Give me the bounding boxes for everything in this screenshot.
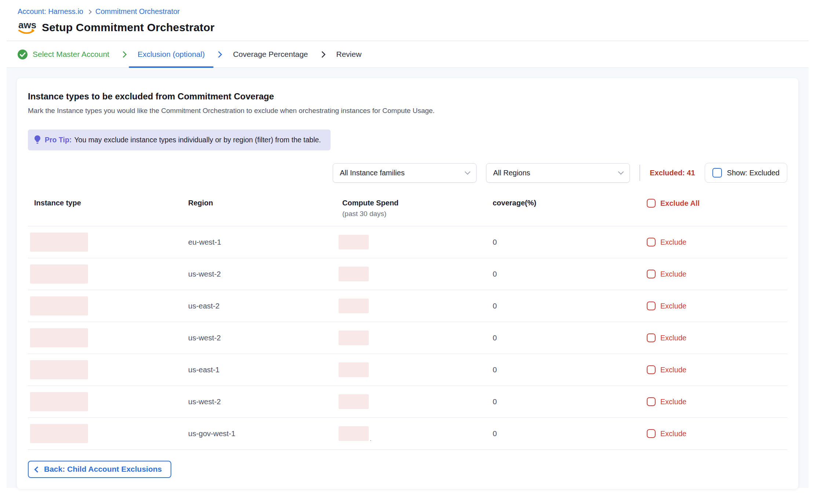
exclude-label: Exclude bbox=[660, 270, 686, 278]
redacted-compute-spend bbox=[339, 299, 369, 313]
pro-tip-banner: Pro Tip: You may exclude instance types … bbox=[28, 129, 331, 150]
col-header-region: Region bbox=[182, 199, 336, 207]
table-row: us-east-1 0 Exclude bbox=[28, 354, 787, 386]
col-header-instance-type: Instance type bbox=[28, 199, 182, 207]
exclude-all-label: Exclude All bbox=[660, 199, 700, 208]
exclude-control[interactable]: Exclude bbox=[641, 333, 787, 342]
breadcrumb-module-link[interactable]: Commitment Orchestrator bbox=[95, 7, 180, 16]
exclude-control[interactable]: Exclude bbox=[641, 270, 787, 278]
app-container: Account: Harness.io Commitment Orchestra… bbox=[7, 0, 809, 488]
region-select[interactable]: All Regions bbox=[486, 163, 630, 183]
exclude-checkbox[interactable] bbox=[647, 333, 656, 342]
coverage-cell: 0 bbox=[486, 397, 641, 406]
exclude-label: Exclude bbox=[660, 238, 686, 246]
region-cell: us-west-2 bbox=[182, 270, 336, 278]
back-button[interactable]: Back: Child Account Exclusions bbox=[28, 461, 171, 478]
page-title: Setup Commitment Orchestrator bbox=[42, 21, 215, 34]
show-excluded-label: Show: Excluded bbox=[727, 169, 780, 177]
step-label: Exclusion (optional) bbox=[138, 50, 205, 59]
redacted-instance-type bbox=[30, 233, 88, 252]
pro-tip-label: Pro Tip: bbox=[45, 136, 72, 144]
redacted-instance-type bbox=[30, 264, 88, 284]
exclude-all-control[interactable]: Exclude All bbox=[641, 199, 787, 208]
step-label: Coverage Percentage bbox=[233, 50, 308, 59]
region-cell: us-gov-west-1 bbox=[182, 429, 336, 438]
exclude-control[interactable]: Exclude bbox=[641, 365, 787, 374]
step-coverage-percentage[interactable]: Coverage Percentage bbox=[233, 41, 308, 67]
table-row: us-west-2 0 Exclude bbox=[28, 386, 787, 418]
step-label: Select Master Account bbox=[33, 50, 109, 59]
breadcrumb-account-link[interactable]: Account: Harness.io bbox=[18, 7, 83, 16]
region-select-value: All Regions bbox=[493, 169, 530, 177]
exclude-label: Exclude bbox=[660, 398, 686, 406]
exclude-control[interactable]: Exclude bbox=[641, 429, 787, 438]
redacted-compute-spend bbox=[339, 362, 369, 377]
coverage-cell: 0 bbox=[486, 302, 641, 310]
coverage-cell: 0 bbox=[486, 270, 641, 278]
instance-exclusion-table: Instance type Region Compute Spend (past… bbox=[28, 199, 787, 450]
table-row: us-gov-west-1 . 0 Exclude bbox=[28, 418, 787, 450]
exclude-checkbox[interactable] bbox=[647, 397, 656, 406]
chevron-left-icon bbox=[34, 466, 41, 472]
redacted-instance-type bbox=[30, 296, 88, 315]
step-chevron-icon bbox=[120, 51, 127, 58]
step-chevron-icon bbox=[319, 51, 325, 58]
pro-tip-text: You may exclude instance types individua… bbox=[74, 136, 321, 144]
filter-divider bbox=[639, 165, 640, 181]
card-subheading: Mark the Instance types you would like t… bbox=[28, 107, 787, 115]
exclude-label: Exclude bbox=[660, 334, 686, 342]
step-label: Review bbox=[336, 50, 362, 59]
region-cell: us-west-2 bbox=[182, 333, 336, 342]
step-select-master-account[interactable]: Select Master Account bbox=[18, 41, 109, 67]
chevron-down-icon bbox=[465, 169, 471, 175]
show-excluded-toggle[interactable]: Show: Excluded bbox=[705, 163, 787, 183]
coverage-cell: 0 bbox=[486, 365, 641, 374]
instance-family-select[interactable]: All Instance families bbox=[333, 163, 477, 183]
chevron-down-icon bbox=[618, 169, 624, 175]
excluded-count-badge: Excluded: 41 bbox=[650, 169, 695, 177]
exclude-checkbox[interactable] bbox=[647, 302, 656, 310]
card-heading: Instance types to be excluded from Commi… bbox=[28, 91, 787, 102]
col-header-compute-spend: Compute Spend (past 30 days) bbox=[336, 199, 486, 218]
exclude-control[interactable]: Exclude bbox=[641, 302, 787, 310]
exclude-all-checkbox[interactable] bbox=[647, 199, 656, 208]
exclude-label: Exclude bbox=[660, 302, 686, 310]
redacted-instance-type bbox=[30, 328, 88, 347]
back-button-label: Back: Child Account Exclusions bbox=[44, 465, 162, 474]
exclude-checkbox[interactable] bbox=[647, 270, 656, 278]
redacted-compute-spend bbox=[339, 235, 369, 249]
coverage-cell: 0 bbox=[486, 238, 641, 246]
show-excluded-checkbox[interactable] bbox=[712, 168, 722, 178]
step-exclusion[interactable]: Exclusion (optional) bbox=[138, 41, 205, 67]
redacted-instance-type bbox=[30, 360, 88, 379]
step-chevron-icon bbox=[216, 51, 222, 58]
col-header-compute-spend-sub: (past 30 days) bbox=[342, 210, 486, 218]
page-header: Account: Harness.io Commitment Orchestra… bbox=[7, 0, 809, 41]
exclude-control[interactable]: Exclude bbox=[641, 397, 787, 406]
redacted-instance-type bbox=[30, 424, 88, 443]
exclude-checkbox[interactable] bbox=[647, 429, 656, 438]
exclude-label: Exclude bbox=[660, 430, 686, 438]
table-row: eu-west-1 0 Exclude bbox=[28, 226, 787, 258]
redacted-compute-spend bbox=[339, 426, 369, 441]
table-row: us-east-2 0 Exclude bbox=[28, 290, 787, 322]
redacted-compute-spend bbox=[339, 267, 369, 281]
wizard-stepper: Select Master Account Exclusion (optiona… bbox=[7, 41, 809, 68]
exclude-control[interactable]: Exclude bbox=[641, 238, 787, 246]
instance-family-select-value: All Instance families bbox=[340, 169, 405, 177]
exclude-checkbox[interactable] bbox=[647, 238, 656, 246]
region-cell: eu-west-1 bbox=[182, 238, 336, 246]
lightbulb-icon bbox=[34, 135, 41, 145]
step-review[interactable]: Review bbox=[336, 41, 362, 67]
filter-row: All Instance families All Regions Exclud… bbox=[28, 163, 787, 183]
exclude-checkbox[interactable] bbox=[647, 365, 656, 374]
coverage-cell: 0 bbox=[486, 333, 641, 342]
table-header-row: Instance type Region Compute Spend (past… bbox=[28, 199, 787, 226]
redacted-compute-spend bbox=[339, 330, 369, 345]
redacted-instance-type bbox=[30, 392, 88, 411]
table-row: us-west-2 0 Exclude bbox=[28, 322, 787, 354]
redacted-compute-spend bbox=[339, 394, 369, 409]
table-row: us-west-2 0 Exclude bbox=[28, 258, 787, 290]
breadcrumb-chevron-icon bbox=[87, 10, 92, 14]
col-header-coverage: coverage(%) bbox=[486, 199, 641, 207]
